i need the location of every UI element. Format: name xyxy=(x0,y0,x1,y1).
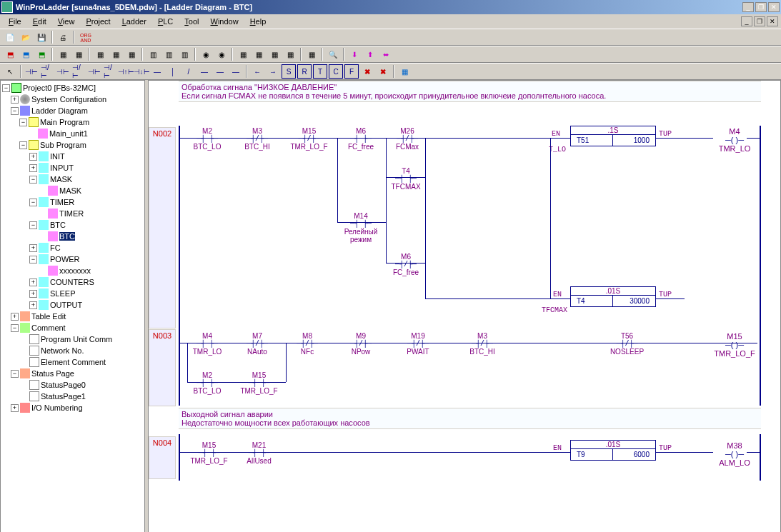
contact-m15-r4[interactable]: M15─┤ ├─TMR_LO_F xyxy=(189,441,229,465)
elem-p-button[interactable]: — xyxy=(197,64,212,79)
f-coil-button[interactable]: F xyxy=(344,64,359,79)
contact-3-button[interactable]: ⊣⊢ xyxy=(56,64,70,79)
s-coil-button[interactable]: S xyxy=(282,64,296,79)
hwire-button[interactable]: — xyxy=(150,64,164,79)
tool-btn-9[interactable]: ▥ xyxy=(146,47,160,61)
r-coil-button[interactable]: R xyxy=(297,64,312,79)
menu-ladder[interactable]: Ladder xyxy=(116,16,152,27)
contact-8-button[interactable]: ⊣↓⊢ xyxy=(134,64,149,79)
contact-t56[interactable]: T56─┤/├─NOSLEEP xyxy=(607,332,647,356)
vwire-button[interactable]: │ xyxy=(166,64,180,79)
tree-fc[interactable]: +FC xyxy=(2,242,143,254)
tool-btn-5[interactable]: ▦ xyxy=(71,47,86,61)
tool-btn-13[interactable]: ◉ xyxy=(214,47,229,61)
doc-maximize-button[interactable]: ❐ xyxy=(754,16,765,26)
tree-sp1[interactable]: StatusPage1 xyxy=(2,391,143,402)
tree-comment[interactable]: −Comment xyxy=(2,322,143,333)
tool-btn-1[interactable]: ⬒ xyxy=(3,47,17,61)
find-button[interactable]: 🔍 xyxy=(326,47,340,61)
contact-m26[interactable]: M26─┤/├─FCMax xyxy=(389,127,425,151)
tool-btn-6[interactable]: ▦ xyxy=(93,47,107,61)
tree-netno[interactable]: Network No. xyxy=(2,345,143,356)
close-button[interactable]: ✕ xyxy=(768,2,780,12)
inv-button[interactable]: / xyxy=(181,64,196,79)
tree-mainunit[interactable]: Main_unit1 xyxy=(2,128,143,139)
tool-btn-3[interactable]: ⬒ xyxy=(34,47,49,61)
new-button[interactable]: 📄 xyxy=(3,30,17,44)
menu-window[interactable]: Window xyxy=(204,16,244,27)
coil-m4[interactable]: M4─( )─TMR_LO xyxy=(713,127,756,153)
tool-btn-16[interactable]: ▦ xyxy=(267,47,282,61)
coil-m15[interactable]: M15─( )─TMR_LO_F xyxy=(713,332,756,358)
contact-m8[interactable]: M8─┤/├─NFc xyxy=(289,332,325,356)
contact-m2[interactable]: M2─┤ ├─BTC_LO xyxy=(189,127,225,151)
contact-m2-r3[interactable]: M2─┤ ├─BTC_LO xyxy=(189,371,225,395)
contact-m15[interactable]: M15─┤/├─TMR_LO_F xyxy=(289,127,329,151)
contact-6-button[interactable]: ⊣/⊢ xyxy=(103,64,117,79)
tree-project[interactable]: −Project0 [FBs-32MC] xyxy=(2,82,143,94)
menu-plc[interactable]: PLC xyxy=(152,16,179,27)
contact-7-button[interactable]: ⊣↑⊢ xyxy=(119,64,133,79)
tree-sleep[interactable]: +SLEEP xyxy=(2,288,143,299)
c-coil-button[interactable]: C xyxy=(329,64,343,79)
ladder-diagram[interactable]: Обработка сигнала "НИЗКОЕ ДАВЛЕНИЕ" Если… xyxy=(148,80,781,532)
tool-btn-11[interactable]: ▥ xyxy=(177,47,191,61)
tool-btn-18[interactable]: ▦ xyxy=(304,47,319,61)
coil-button[interactable]: ← xyxy=(250,64,264,79)
tool-btn-4[interactable]: ▦ xyxy=(56,47,70,61)
tree-elc[interactable]: Element Comment xyxy=(2,356,143,368)
pointer-button[interactable]: ↖ xyxy=(3,64,17,79)
tool-btn-7[interactable]: ▦ xyxy=(109,47,123,61)
delete-button[interactable]: ✖ xyxy=(360,64,374,79)
menu-file[interactable]: File xyxy=(3,16,27,27)
tree-mask[interactable]: −MASK xyxy=(2,174,143,185)
rung-n002[interactable]: M2─┤ ├─BTC_LO M3─┤/├─BTC_HI M15─┤/├─TMR_… xyxy=(179,113,761,327)
save-button[interactable]: 💾 xyxy=(34,30,49,44)
tree-mainprog[interactable]: −Main Program xyxy=(2,116,143,128)
tree-input[interactable]: +INPUT xyxy=(2,162,143,174)
tool-btn-10[interactable]: ▥ xyxy=(161,47,176,61)
tree-counters[interactable]: +COUNTERS xyxy=(2,276,143,288)
tool-btn-2[interactable]: ⬒ xyxy=(19,47,33,61)
tree-timer-child[interactable]: TIMER xyxy=(2,208,143,219)
maximize-button[interactable]: ❐ xyxy=(755,2,767,12)
tool-btn-14[interactable]: ▦ xyxy=(236,47,250,61)
tree-subprog[interactable]: −Sub Program xyxy=(2,139,143,151)
contact-no-button[interactable]: ⊣⊢ xyxy=(24,64,39,79)
t-coil-button[interactable]: T xyxy=(313,64,327,79)
tree-sysconf[interactable]: +System Configuration xyxy=(2,94,143,105)
project-tree-panel[interactable]: −Project0 [FBs-32MC] +System Configurati… xyxy=(0,80,145,532)
tree-btc[interactable]: −BTC xyxy=(2,219,143,231)
tree-sp0[interactable]: StatusPage0 xyxy=(2,379,143,391)
print-button[interactable]: 🖨 xyxy=(56,30,70,44)
contact-m3[interactable]: M3─┤/├─BTC_HI xyxy=(239,127,275,151)
tree-statuspage[interactable]: −Status Page xyxy=(2,368,143,379)
contact-m14[interactable]: M14─┤ ├─Релейный режим xyxy=(339,212,382,244)
tool-btn-20[interactable]: ⬆ xyxy=(363,47,377,61)
contact-m4-r3[interactable]: M4─┤ ├─TMR_LO xyxy=(189,332,225,356)
tree-btc-child[interactable]: BTC xyxy=(2,231,143,242)
contact-nc-button[interactable]: ⊣/⊢ xyxy=(40,64,54,79)
contact-4-button[interactable]: ⊣/⊢ xyxy=(71,64,86,79)
elem-n-button[interactable]: — xyxy=(213,64,227,79)
tree-output[interactable]: +OUTPUT xyxy=(2,299,143,311)
tree-init[interactable]: +INIT xyxy=(2,151,143,162)
contact-m9[interactable]: M9─┤/├─NPow xyxy=(343,332,379,356)
tree-mask-child[interactable]: MASK xyxy=(2,185,143,196)
rung-n004[interactable]: M15─┤ ├─TMR_LO_F M21─┤ ├─AllUsed EN .01S… xyxy=(179,434,761,481)
delete-row-button[interactable]: ✖ xyxy=(376,64,390,79)
ext-button[interactable]: ▦ xyxy=(397,64,412,79)
contact-5-button[interactable]: ⊣⊢ xyxy=(87,64,101,79)
timer-t51-box[interactable]: .1S T511000 xyxy=(570,126,656,146)
open-button[interactable]: 📂 xyxy=(19,30,33,44)
timer-t9-box[interactable]: .01S T96000 xyxy=(570,440,656,461)
tree-power[interactable]: −POWER xyxy=(2,254,143,265)
contact-m6[interactable]: M6─┤ ├─FC_free xyxy=(343,127,379,151)
tool-btn-21[interactable]: ⬌ xyxy=(379,47,393,61)
rung-n003[interactable]: M4─┤ ├─TMR_LO M7─┤/├─NAuto M8─┤/├─NFc M9… xyxy=(179,327,761,406)
minimize-button[interactable]: _ xyxy=(742,2,754,12)
coil-m38[interactable]: M38─( )─ALM_LO xyxy=(713,441,756,467)
menu-project[interactable]: Project xyxy=(80,16,116,27)
tree-tableedit[interactable]: +Table Edit xyxy=(2,311,143,322)
tool-btn-17[interactable]: ▦ xyxy=(283,47,297,61)
